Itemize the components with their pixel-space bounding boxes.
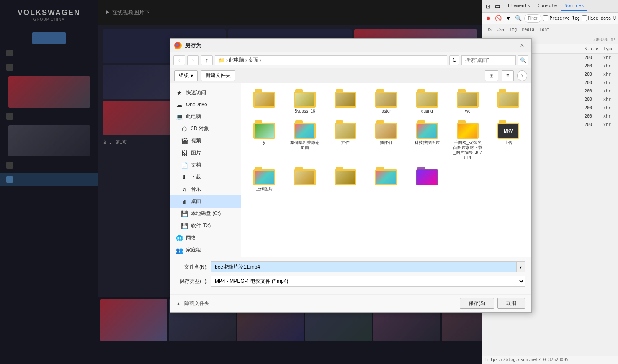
- devtools-tab-console[interactable]: Console: [534, 1, 560, 11]
- nav-item-pictures[interactable]: 🖼 图片: [170, 147, 241, 159]
- filename-label: 文件名(N):: [176, 264, 208, 271]
- folder-item-purple[interactable]: [407, 164, 446, 194]
- dt-type-0: xhr: [601, 55, 618, 60]
- devtools-filter-input[interactable]: [524, 14, 541, 23]
- folder-label-plugins: 插件们: [380, 140, 392, 145]
- folder-item-aster[interactable]: aster: [367, 87, 406, 116]
- nav-label-video: 视频: [191, 137, 201, 144]
- devtools-record-btn[interactable]: ⏺: [484, 14, 492, 23]
- folder-icon-tech: [416, 120, 438, 139]
- folder-item-r4[interactable]: [367, 164, 406, 194]
- nav-back-btn[interactable]: ‹: [173, 55, 185, 65]
- devtools-preserve-log-label: Preserve log: [543, 15, 580, 21]
- folder-item-qiantu[interactable]: 千图网_火炫火苗图片素材下载_图片编号1367814: [448, 118, 487, 163]
- filetype-field: 保存类型(T): MP4 - MPEG-4 电影文件 (*.mp4): [176, 276, 525, 287]
- search-btn[interactable]: 🔍: [518, 55, 528, 65]
- devtools-device-btn[interactable]: ▭: [493, 2, 502, 10]
- nav-item-drive-d[interactable]: 💾 软件 (D:): [170, 220, 241, 232]
- drive-d-icon: 💾: [180, 223, 188, 229]
- folder-icon-1: [294, 89, 316, 108]
- dt-status-5: 200: [582, 97, 601, 102]
- folder-item-upload-img[interactable]: 上传图片: [245, 164, 283, 194]
- folder-label-qiantu: 千图网_火炫火苗图片素材下载_图片编号1367814: [453, 140, 482, 160]
- folder-icon-r4: [375, 167, 397, 185]
- devtools-tab-elements[interactable]: Elements: [505, 1, 533, 11]
- music-icon: ♫: [180, 186, 188, 193]
- folder-item-y[interactable]: y: [245, 118, 283, 163]
- folder-item-0[interactable]: [245, 87, 283, 116]
- nav-label-onedrive: OneDrive: [186, 102, 207, 108]
- nav-item-downloads[interactable]: ⬇ 下载: [170, 171, 241, 183]
- path-pc: 📁: [219, 57, 225, 63]
- dt-type-5: xhr: [601, 97, 618, 102]
- view-list-btn[interactable]: ≡: [502, 70, 514, 81]
- folder-item-r2[interactable]: [285, 164, 324, 194]
- devtools-filter-btn[interactable]: ▼: [504, 14, 512, 23]
- folder-label-1: Bypass_16: [294, 109, 315, 114]
- folder-item-guang[interactable]: guang: [407, 87, 446, 116]
- folder-icon-r2: [294, 167, 316, 185]
- organize-btn[interactable]: 组织 ▾: [174, 70, 198, 81]
- nav-item-desktop[interactable]: 🖥 桌面: [170, 195, 241, 208]
- dt-type-6: xhr: [601, 105, 618, 110]
- folder-item-tech[interactable]: 科技搜搜图片: [407, 118, 446, 163]
- cancel-button[interactable]: 取消: [497, 298, 525, 309]
- dt-subtab-font[interactable]: Font: [537, 26, 552, 33]
- hide-folders-toggle[interactable]: ▲ 隐藏文件夹: [176, 300, 209, 307]
- nav-item-homegroup[interactable]: 👥 家庭组: [170, 244, 241, 256]
- dt-subtab-media[interactable]: Media: [519, 26, 537, 33]
- folder-item-1[interactable]: Bypass_16: [285, 87, 324, 116]
- folder-label-case: 案例集相关静态页面: [290, 140, 319, 150]
- folder-item-plugins[interactable]: 插件们: [367, 118, 406, 163]
- nav-item-music[interactable]: ♫ 音乐: [170, 183, 241, 195]
- search-input[interactable]: [461, 55, 516, 65]
- save-button[interactable]: 保存(S): [460, 298, 494, 309]
- new-folder-btn[interactable]: 新建文件夹: [201, 70, 235, 81]
- nav-up-btn[interactable]: ↑: [201, 55, 213, 65]
- nav-item-thispc[interactable]: 💻 此电脑: [170, 110, 241, 123]
- dt-subtab-css[interactable]: CSS: [494, 26, 507, 33]
- devtools-cursor-btn[interactable]: ⊡: [484, 2, 492, 10]
- dialog-title: 另存为: [185, 42, 517, 49]
- folder-label-guang: guang: [421, 109, 433, 114]
- folder-item-plugin[interactable]: 插件: [326, 118, 365, 163]
- dt-col-header-status: Status: [582, 46, 601, 51]
- folder-icon-guang: [416, 89, 438, 108]
- folder-icon-upload: MKV: [497, 120, 519, 139]
- folder-item-2[interactable]: [326, 87, 365, 116]
- view-toggle-btn[interactable]: ⊞: [485, 70, 498, 81]
- hide-folders-label: 隐藏文件夹: [184, 300, 209, 307]
- folder-item-case[interactable]: 案例集相关静态页面: [285, 118, 324, 163]
- dt-subtab-js[interactable]: JS: [484, 26, 494, 33]
- folder-label-y: y: [263, 140, 265, 145]
- nav-forward-btn[interactable]: ›: [187, 55, 199, 65]
- nav-item-video[interactable]: 🎬 视频: [170, 135, 241, 147]
- dialog-close-btn[interactable]: ×: [517, 41, 527, 51]
- nav-item-docs[interactable]: 📄 文档: [170, 159, 241, 171]
- filetype-select[interactable]: MP4 - MPEG-4 电影文件 (*.mp4): [211, 276, 525, 287]
- folder-item-wo[interactable]: wo: [448, 87, 487, 116]
- devtools-clear-btn[interactable]: 🚫: [494, 14, 502, 23]
- folder-item-upload[interactable]: MKV 上传: [489, 118, 528, 163]
- nav-item-onedrive[interactable]: ☁ OneDrive: [170, 99, 241, 110]
- devtools-tab-sources[interactable]: Sources: [561, 1, 587, 11]
- nav-item-drive-c[interactable]: 💾 本地磁盘 (C:): [170, 208, 241, 220]
- nav-item-network[interactable]: 🌐 网络: [170, 232, 241, 244]
- dt-status-2: 200: [582, 72, 601, 77]
- dt-subtab-img[interactable]: Img: [507, 26, 519, 33]
- devtools-search-btn[interactable]: 🔍: [514, 14, 523, 23]
- help-btn[interactable]: ?: [517, 70, 527, 81]
- folder-icon-case: [294, 120, 316, 139]
- filetype-label: 保存类型(T):: [176, 278, 208, 285]
- devtools-preserve-log-checkbox[interactable]: [543, 15, 548, 21]
- folder-item-r3[interactable]: [326, 164, 365, 194]
- nav-item-3d[interactable]: ⬡ 3D 对象: [170, 123, 241, 135]
- devtools-hide-data-checkbox[interactable]: [582, 15, 587, 21]
- nav-item-quick-access[interactable]: ★ 快速访问: [170, 87, 241, 99]
- dialog-footer-buttons: 保存(S) 取消: [460, 298, 525, 309]
- filename-input[interactable]: [211, 261, 517, 272]
- folder-item-6[interactable]: [489, 87, 528, 116]
- refresh-btn[interactable]: ↻: [449, 55, 459, 65]
- filename-dropdown-arrow[interactable]: ▾: [517, 261, 525, 272]
- folder-icon-plugins: [375, 120, 397, 139]
